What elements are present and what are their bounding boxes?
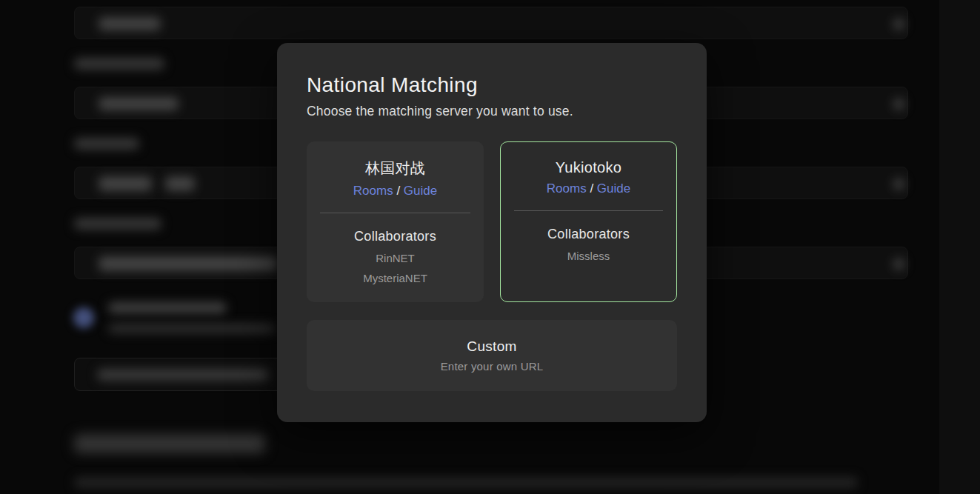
server-card-yukiotoko[interactable]: Yukiotoko Rooms / Guide Collaborators Mi…	[500, 141, 677, 302]
card-divider	[320, 213, 470, 213]
collaborators-list: RinNET MysteriaNET	[363, 248, 427, 288]
server-name: 林国对战	[365, 158, 425, 178]
collaborators-list: Missless	[567, 246, 610, 266]
custom-card-title: Custom	[467, 338, 516, 355]
collaborator-name: Missless	[567, 246, 610, 266]
national-matching-modal: National Matching Choose the matching se…	[277, 43, 707, 422]
server-links: Rooms / Guide	[547, 181, 630, 196]
card-divider	[514, 210, 663, 211]
collaborators-label: Collaborators	[547, 227, 630, 242]
collaborators-label: Collaborators	[354, 229, 436, 244]
server-options: 林国对战 Rooms / Guide Collaborators RinNET …	[307, 141, 677, 302]
custom-server-card[interactable]: Custom Enter your own URL	[307, 320, 677, 391]
modal-subtitle: Choose the matching server you want to u…	[307, 104, 677, 119]
rooms-link[interactable]: Rooms	[353, 184, 393, 198]
server-links: Rooms / Guide	[353, 184, 437, 198]
rooms-link[interactable]: Rooms	[547, 181, 587, 196]
custom-card-subtitle: Enter your own URL	[441, 360, 544, 373]
link-separator: /	[396, 184, 400, 198]
collaborator-name: RinNET	[376, 248, 415, 268]
guide-link[interactable]: Guide	[597, 181, 630, 196]
collaborator-name: MysteriaNET	[363, 268, 427, 288]
server-card-linguo[interactable]: 林国对战 Rooms / Guide Collaborators RinNET …	[307, 141, 484, 302]
guide-link[interactable]: Guide	[404, 184, 437, 198]
link-separator: /	[590, 181, 593, 196]
modal-title: National Matching	[307, 73, 677, 98]
server-name: Yukiotoko	[556, 159, 621, 176]
